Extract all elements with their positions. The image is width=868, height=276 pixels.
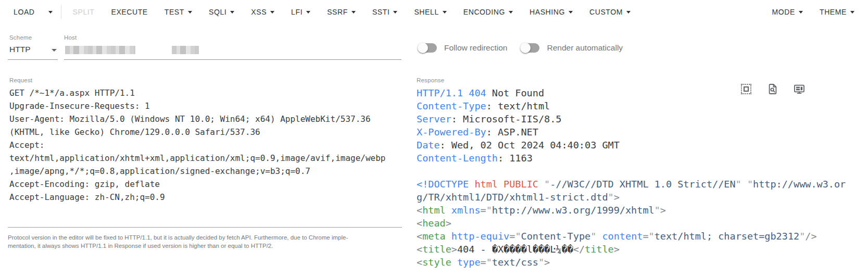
menu-item-ssti[interactable]: SSTI <box>364 3 406 21</box>
menu-item-load[interactable]: LOAD <box>5 3 43 21</box>
render-automatically-toggle[interactable] <box>521 43 540 53</box>
chevron-down-icon <box>443 11 447 14</box>
chevron-down-icon <box>393 11 397 14</box>
protocol-note: Protocol version in the editor will be f… <box>8 233 408 250</box>
scheme-label: Scheme <box>9 34 32 41</box>
redacted-host-value <box>172 46 199 54</box>
app-window: LOAD SPLIT EXECUTE TEST SQLI XSS LFI SSR… <box>0 0 868 276</box>
render-automatically-label: Render automatically <box>547 43 623 53</box>
chevron-down-icon <box>351 11 356 14</box>
chevron-down-icon <box>569 11 573 14</box>
request-editor[interactable]: GET /*~1*/a.aspx HTTP/1.1 Upgrade-Insecu… <box>9 86 404 218</box>
redacted-host-value <box>65 46 135 54</box>
chevron-down-icon <box>230 11 234 14</box>
menu-item-custom[interactable]: CUSTOM <box>581 3 639 21</box>
menu-item-xss[interactable]: XSS <box>243 3 283 21</box>
menu-item-encoding[interactable]: ENCODING <box>455 3 521 21</box>
menu-item-hashing[interactable]: HASHING <box>521 3 581 21</box>
scheme-underline <box>8 59 58 60</box>
menu-item-execute[interactable]: EXECUTE <box>103 3 156 21</box>
toggle-thumb <box>418 43 428 53</box>
response-options: Follow redirection Render automatically <box>418 43 636 53</box>
protocol-note-line1: Protocol version in the editor will be f… <box>8 233 408 242</box>
chevron-down-icon <box>270 11 274 14</box>
menu-item-sqli[interactable]: SQLI <box>200 3 243 21</box>
menubar: LOAD SPLIT EXECUTE TEST SQLI XSS LFI SSR… <box>0 0 868 24</box>
follow-redirection-label: Follow redirection <box>444 43 507 53</box>
chevron-down-icon <box>306 11 310 14</box>
host-input[interactable] <box>64 45 401 56</box>
follow-redirection-toggle[interactable] <box>418 43 437 53</box>
menu-item-test[interactable]: TEST <box>156 3 200 21</box>
dropdown-arrow-icon[interactable] <box>52 49 57 52</box>
menu-item-ssrf[interactable]: SSRF <box>319 3 364 21</box>
response-label: Response <box>417 77 444 83</box>
protocol-note-line2: mentation, it always shows HTTP/1.1 in R… <box>8 242 408 250</box>
chevron-down-icon <box>188 11 192 14</box>
host-underline <box>64 59 401 60</box>
chevron-down-icon <box>799 11 803 14</box>
menu-item-mode[interactable]: MODE <box>764 3 811 21</box>
menu-item-shell[interactable]: SHELL <box>406 3 455 21</box>
menubar-divider <box>61 5 61 19</box>
menu-item-split: SPLIT <box>65 3 103 21</box>
chevron-down-icon <box>509 11 513 14</box>
menu-item-theme[interactable]: THEME <box>811 3 863 21</box>
chevron-down-icon <box>850 11 854 14</box>
load-dropdown-button[interactable] <box>43 3 58 21</box>
note-divider <box>8 227 402 228</box>
request-label: Request <box>9 77 32 83</box>
chevron-down-icon <box>626 11 631 14</box>
host-label: Host <box>64 34 77 41</box>
chevron-down-icon <box>48 11 53 14</box>
scheme-select[interactable]: HTTP <box>9 45 30 54</box>
menu-item-lfi[interactable]: LFI <box>283 3 319 21</box>
response-body: HTTP/1.1 404 Not FoundContent-Type: text… <box>417 86 866 268</box>
